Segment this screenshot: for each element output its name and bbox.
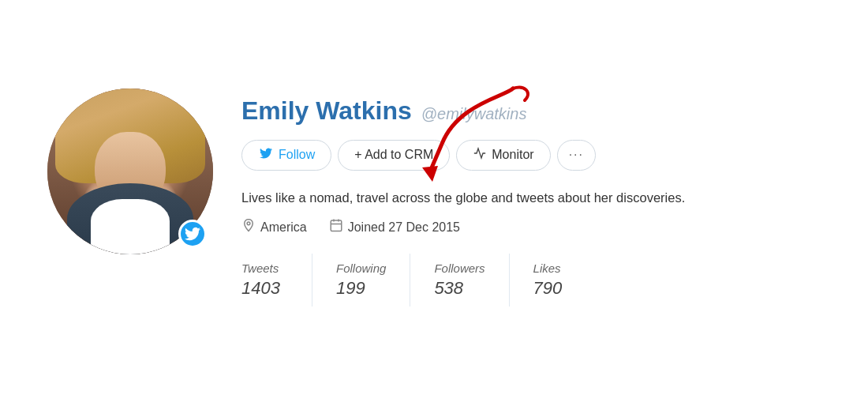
monitor-button[interactable]: Monitor bbox=[456, 140, 550, 171]
location-text: America bbox=[260, 220, 307, 235]
more-button[interactable]: ··· bbox=[557, 140, 596, 171]
stat-label: Following bbox=[336, 261, 386, 275]
calendar-icon bbox=[329, 218, 343, 236]
svg-rect-2 bbox=[331, 220, 342, 231]
stat-label: Tweets bbox=[241, 261, 288, 275]
more-dots-icon: ··· bbox=[569, 148, 584, 162]
stat-label: Followers bbox=[434, 261, 485, 275]
profile-name: Emily Watkins bbox=[241, 96, 412, 126]
stat-item-likes: Likes 790 bbox=[533, 254, 604, 307]
profile-handle: @emilywatkins bbox=[421, 105, 527, 123]
action-buttons: Follow + Add to CRM Monitor ··· bbox=[241, 140, 821, 171]
location-item: America bbox=[241, 218, 307, 236]
monitor-label: Monitor bbox=[492, 148, 533, 162]
svg-point-1 bbox=[247, 222, 250, 225]
add-to-crm-button[interactable]: + Add to CRM bbox=[338, 140, 450, 171]
monitor-icon bbox=[473, 147, 487, 163]
follow-button[interactable]: Follow bbox=[241, 140, 331, 171]
profile-info: Emily Watkins @emilywatkins Follow + Add… bbox=[241, 88, 821, 307]
follow-label: Follow bbox=[279, 148, 315, 162]
location-icon bbox=[241, 218, 256, 236]
name-row: Emily Watkins @emilywatkins bbox=[241, 96, 821, 126]
stat-item-following: Following 199 bbox=[336, 254, 410, 307]
stat-label: Likes bbox=[533, 261, 581, 275]
profile-bio: Lives like a nomad, travel across the gl… bbox=[241, 188, 821, 208]
stat-value: 538 bbox=[434, 278, 485, 299]
stat-item-tweets: Tweets 1403 bbox=[241, 254, 312, 307]
avatar-wrapper bbox=[47, 88, 213, 254]
profile-meta: America Joined 27 Dec 2015 bbox=[241, 218, 821, 236]
profile-card: Emily Watkins @emilywatkins Follow + Add… bbox=[0, 57, 868, 339]
add-crm-label: + Add to CRM bbox=[354, 148, 433, 162]
stat-value: 1403 bbox=[241, 278, 288, 299]
profile-stats: Tweets 1403 Following 199 Followers 538 … bbox=[241, 254, 821, 307]
stat-item-followers: Followers 538 bbox=[434, 254, 509, 307]
joined-item: Joined 27 Dec 2015 bbox=[329, 218, 460, 236]
joined-text: Joined 27 Dec 2015 bbox=[348, 220, 460, 235]
twitter-badge-icon bbox=[178, 220, 207, 248]
twitter-bird-icon bbox=[258, 147, 274, 164]
stat-value: 199 bbox=[336, 278, 386, 299]
stat-value: 790 bbox=[533, 278, 581, 299]
